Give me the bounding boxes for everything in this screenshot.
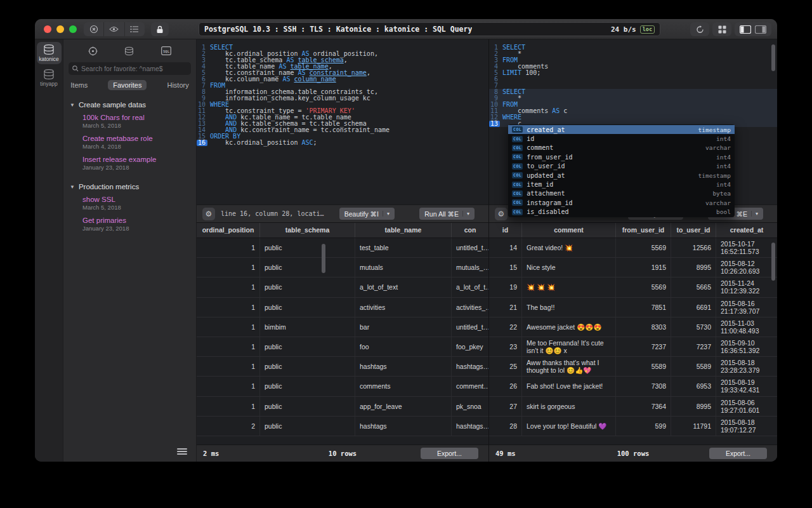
table-row[interactable]: 1publica_lot_of_texta_lot_of_t… [197, 277, 488, 297]
disconnect-icon[interactable] [84, 22, 104, 36]
table-row[interactable]: 2publichashtagshashtags… [197, 417, 488, 436]
favorite-item[interactable]: Insert release exampleJanuary 23, 2018 [63, 154, 196, 175]
table-row[interactable]: 1publiccommentscomment… [197, 377, 488, 396]
favorite-item[interactable]: Create metabase roleMarch 4, 2018 [63, 133, 196, 154]
column-header[interactable]: table_name [355, 223, 452, 237]
table-row[interactable]: 14Great video! 💥5569125662015-10-17 16:5… [489, 238, 777, 258]
preview-eye-icon[interactable] [104, 22, 124, 36]
traffic-lights [44, 25, 77, 33]
cell: 8303 [616, 318, 671, 337]
column-name: item_id [527, 181, 553, 188]
app-window: PostgreSQL 10.3 : SSH : TLS : Katonice :… [35, 19, 777, 462]
table-row[interactable]: 21The bag!!785166912015-08-16 21:17:39.7… [489, 298, 777, 318]
results-footer-right: 49 ms 100 rows Export... [489, 444, 777, 462]
autocomplete-item[interactable]: COLto_user_idint4 [508, 162, 735, 171]
cell: 2015-08-18 19:07:12.27 [716, 417, 777, 436]
sidebar-menu-icon[interactable] [177, 447, 187, 456]
autocomplete-item[interactable]: COLcreated_attimestamp [508, 125, 735, 134]
gear-icon[interactable]: ⚙ [495, 208, 508, 220]
tab-items[interactable]: Items [65, 80, 93, 90]
cell: skirt is gorgeous [522, 397, 616, 416]
table-row[interactable]: 1publicmutualsmutuals_… [197, 258, 488, 277]
close-window-button[interactable] [44, 25, 51, 33]
run-all-button[interactable]: Run All ⌘E ▾ [419, 208, 475, 220]
table-row[interactable]: 19💥 💥 💥556956652015-11-24 10:12:39.322 [489, 277, 777, 297]
cell: 2015-08-12 10:26:20.693 [716, 258, 777, 277]
table-row[interactable]: 1bimbimbaruntitled_t… [197, 318, 488, 337]
cell: 27 [489, 397, 522, 416]
cell: 2015-09-10 16:36:51.392 [716, 337, 777, 356]
grid-view-button[interactable] [712, 22, 731, 36]
lock-icon[interactable] [151, 22, 169, 36]
autocomplete-item[interactable]: COLupdated_attimestamp [508, 171, 735, 180]
minimize-window-button[interactable] [56, 25, 64, 33]
gear-icon[interactable]: ⚙ [202, 208, 215, 220]
table-row[interactable]: 1publicapp_for_leavepk_snoa [197, 397, 488, 417]
scrollbar-thumb[interactable] [771, 243, 775, 281]
run-all-label: Run All ⌘E [424, 210, 459, 218]
column-header[interactable]: from_user_id [616, 223, 671, 237]
zoom-window-button[interactable] [69, 25, 77, 33]
cell: a_lot_of_text [355, 277, 452, 297]
cell: 1 [197, 377, 260, 396]
connection-tab-katonice[interactable]: katonice [37, 42, 62, 64]
tab-favorites[interactable]: Favorites [108, 80, 147, 90]
table-row[interactable]: 23Me too Fernanda! It's cute isn't it 😊😊… [489, 337, 777, 357]
scrollbar-thumb[interactable] [771, 44, 775, 71]
column-header[interactable]: to_user_id [671, 223, 716, 237]
autocomplete-item[interactable]: COLidint4 [508, 134, 735, 143]
autocomplete-item[interactable]: COLitem_idint4 [508, 180, 735, 189]
table-row[interactable]: 25Aww thanks that's what I thought to lo… [489, 357, 777, 377]
scrollbar-thumb[interactable] [322, 244, 325, 273]
toggle-right-panel-button[interactable] [755, 25, 766, 34]
table-row[interactable]: 28Love your top! Beautiful 💜599117912015… [489, 417, 777, 436]
cell: 1 [197, 298, 260, 317]
table-row[interactable]: 1publicactivitiesactivities_… [197, 298, 488, 318]
table-row[interactable]: 27skirt is gorgeous736489952015-08-06 19… [489, 397, 777, 417]
table-row[interactable]: 1publictest_tableuntitled_t… [197, 238, 488, 258]
column-header[interactable]: comment [522, 223, 616, 237]
database-icon[interactable] [124, 46, 134, 56]
column-header[interactable]: created_at [716, 223, 777, 237]
autocomplete-item[interactable]: COLcommentvarchar [508, 144, 735, 152]
column-type: bool [716, 208, 731, 215]
connection-tab-tinyapp[interactable]: tinyapp [37, 67, 62, 89]
cell: public [260, 337, 355, 356]
sql-file-icon[interactable]: SQL [161, 46, 171, 55]
favorite-title: Insert release example [82, 155, 196, 164]
export-button[interactable]: Export... [709, 448, 767, 459]
favorite-item[interactable]: show SSLMarch 5, 2018 [63, 194, 196, 215]
refresh-button[interactable] [690, 22, 709, 36]
cell: comments [355, 377, 452, 396]
table-row[interactable]: 15Nice style191589952015-08-12 10:26:20.… [489, 258, 777, 277]
column-header[interactable]: id [489, 223, 522, 237]
sql-editor-left[interactable]: 1SELECT2 kc.ordinal_position AS ordinal_… [197, 39, 488, 204]
browse-icon[interactable] [88, 46, 98, 56]
autocomplete-item[interactable]: COLis_disabledbool [508, 208, 735, 217]
cell: Me too Fernanda! It's cute isn't it 😊😊 x [522, 337, 616, 356]
column-header[interactable]: table_schema [260, 223, 355, 237]
title-status: 24 b/s loc [611, 25, 655, 34]
cell: 1 [197, 318, 260, 337]
column-kind-badge: COL [512, 126, 523, 133]
table-row[interactable]: 26Fab shot! Love the jacket!730869532015… [489, 377, 777, 396]
export-button[interactable]: Export... [421, 448, 478, 459]
autocomplete-item[interactable]: COLinstagram_idvarchar [508, 198, 735, 207]
toggle-left-panel-button[interactable] [740, 25, 751, 34]
beautify-button[interactable]: Beautify ⌘I ▾ [339, 208, 395, 220]
autocomplete-item[interactable]: COLfrom_user_idint4 [508, 152, 735, 161]
log-list-icon[interactable] [125, 22, 145, 36]
autocomplete-item[interactable]: COLattachmentbytea [508, 189, 735, 198]
table-row[interactable]: 1publichashtagshashtags… [197, 357, 488, 377]
tab-history[interactable]: History [162, 80, 193, 90]
favorite-item[interactable]: 100k Chars for realMarch 5, 2018 [63, 112, 196, 133]
favorite-group-header[interactable]: ▼Create sample datas [63, 98, 196, 112]
table-row[interactable]: 1publicfoofoo_pkey [197, 337, 488, 357]
search-input[interactable] [81, 65, 187, 72]
column-header[interactable]: con [452, 223, 488, 237]
column-header[interactable]: ordinal_position [197, 223, 260, 237]
sidebar-tabs: Items Favorites History [63, 77, 196, 93]
favorite-group-header[interactable]: ▼Production metrics [63, 180, 196, 194]
table-row[interactable]: 22Awesome jacket 😍😍😍830357302015-11-03 1… [489, 318, 777, 337]
favorite-item[interactable]: Get primariesJanuary 23, 2018 [63, 215, 196, 236]
